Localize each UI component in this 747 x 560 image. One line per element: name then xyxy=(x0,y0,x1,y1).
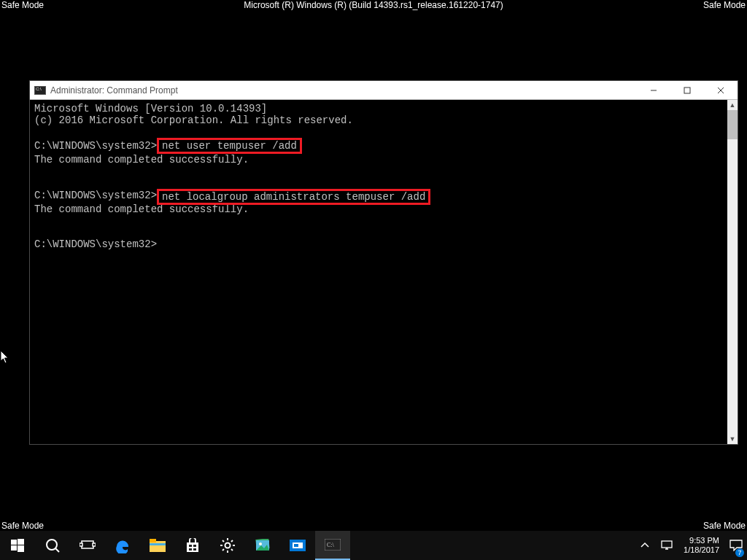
svg-rect-7 xyxy=(80,543,82,546)
window-title: Administrator: Command Prompt xyxy=(50,85,178,96)
svg-rect-16 xyxy=(193,548,196,551)
prompt-3: C:\WINDOWS\system32> xyxy=(34,238,157,250)
svg-point-20 xyxy=(259,542,262,545)
action-center-button[interactable] xyxy=(725,531,747,560)
response-1: The command completed successfully. xyxy=(34,154,249,166)
command-prompt-window[interactable]: Administrator: Command Prompt Microsoft … xyxy=(29,80,738,445)
titlebar[interactable]: Administrator: Command Prompt xyxy=(30,81,738,100)
highlighted-command-2: net localgroup administrators tempuser /… xyxy=(157,189,430,205)
taskbar-settings-icon[interactable] xyxy=(210,531,245,560)
build-label: Microsoft (R) Windows (R) (Build 14393.r… xyxy=(244,0,503,10)
taskbar-cmd-icon[interactable]: C:\ xyxy=(315,531,350,560)
svg-rect-15 xyxy=(189,548,192,551)
tray-network-icon[interactable] xyxy=(656,531,678,560)
maximize-button[interactable] xyxy=(670,81,704,100)
safemode-label-bottom-left: Safe Mode xyxy=(1,521,44,531)
safemode-label-top-right: Safe Mode xyxy=(703,0,746,10)
safemode-label-top-left: Safe Mode xyxy=(1,0,44,10)
svg-rect-3 xyxy=(11,545,17,551)
taskbar-file-explorer-icon[interactable] xyxy=(140,531,175,560)
version-line: Microsoft Windows [Version 10.0.14393] xyxy=(34,103,267,114)
desktop: Safe Mode Microsoft (R) Windows (R) (Bui… xyxy=(0,0,747,560)
safemode-label-bottom-right: Safe Mode xyxy=(703,521,746,531)
taskbar-app-icon[interactable] xyxy=(280,531,315,560)
cmd-icon xyxy=(34,86,46,95)
clock[interactable]: 9:53 PM 1/18/2017 xyxy=(678,536,725,555)
scroll-thumb[interactable] xyxy=(727,110,738,139)
svg-rect-11 xyxy=(150,543,166,545)
svg-rect-13 xyxy=(189,545,192,547)
svg-rect-9 xyxy=(150,541,166,552)
svg-rect-8 xyxy=(93,543,96,546)
taskbar-edge-icon[interactable] xyxy=(105,531,140,560)
svg-rect-10 xyxy=(150,539,156,542)
taskbar[interactable]: C:\ 9:53 PM 1/18/2017 xyxy=(0,531,747,560)
tray-overflow-button[interactable] xyxy=(634,531,656,560)
minimize-button[interactable] xyxy=(637,81,670,100)
search-button[interactable] xyxy=(35,531,70,560)
svg-rect-23 xyxy=(294,544,298,547)
taskbar-store-icon[interactable] xyxy=(175,531,210,560)
scroll-up-icon[interactable]: ▲ xyxy=(727,100,738,110)
svg-text:C:\: C:\ xyxy=(327,542,335,548)
close-button[interactable] xyxy=(704,81,738,100)
highlighted-command-1: net user tempuser /add xyxy=(157,138,302,154)
copyright-line: (c) 2016 Microsoft Corporation. All righ… xyxy=(34,114,353,126)
svg-rect-2 xyxy=(18,539,24,545)
svg-point-5 xyxy=(47,540,57,550)
task-view-button[interactable] xyxy=(70,531,105,560)
date-label: 1/18/2017 xyxy=(684,545,719,555)
time-label: 9:53 PM xyxy=(684,536,719,545)
response-2: The command completed successfully. xyxy=(34,203,249,215)
svg-rect-14 xyxy=(193,545,196,547)
svg-rect-4 xyxy=(18,545,24,552)
system-tray: 9:53 PM 1/18/2017 xyxy=(634,531,747,560)
vertical-scrollbar[interactable]: ▲ ▼ xyxy=(727,100,738,444)
svg-rect-1 xyxy=(11,540,17,545)
mouse-cursor-icon xyxy=(0,350,10,365)
taskbar-photos-icon[interactable] xyxy=(245,531,280,560)
start-button[interactable] xyxy=(0,531,35,560)
terminal-output[interactable]: Microsoft Windows [Version 10.0.14393] (… xyxy=(30,100,727,444)
svg-rect-26 xyxy=(662,541,672,548)
svg-rect-6 xyxy=(82,541,93,548)
scroll-down-icon[interactable]: ▼ xyxy=(727,434,738,444)
prompt-2: C:\WINDOWS\system32> xyxy=(34,190,157,201)
svg-point-17 xyxy=(225,543,231,548)
svg-rect-12 xyxy=(187,542,198,552)
prompt-1: C:\WINDOWS\system32> xyxy=(34,140,157,152)
svg-rect-0 xyxy=(684,88,690,93)
